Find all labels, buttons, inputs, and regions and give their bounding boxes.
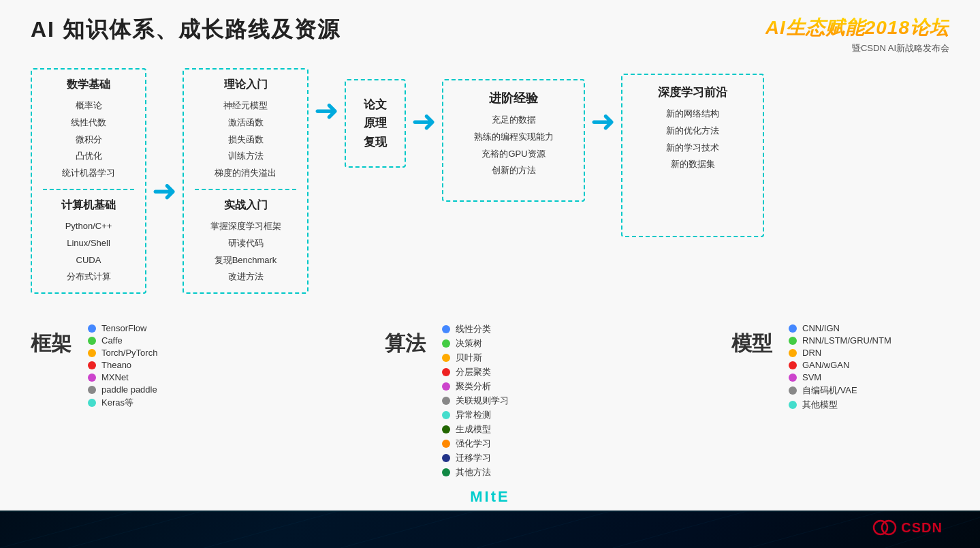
csdn-logo: CSDN xyxy=(872,515,943,540)
algo-dot-8 xyxy=(442,440,450,448)
algo-label-9: 迁移学习 xyxy=(456,452,491,464)
framework-label: 框架 xyxy=(31,330,72,358)
algo-item-10: 其他方法 xyxy=(442,466,509,478)
fw-dot-0 xyxy=(88,324,96,333)
math-item-1: 概率论 xyxy=(43,99,134,113)
frontier-item-3: 新的学习技术 xyxy=(635,141,750,155)
main-title: AI 知识体系、成长路线及资源 xyxy=(31,15,341,45)
algo-item-4: 聚类分析 xyxy=(442,380,509,393)
model-dot-2 xyxy=(789,349,797,357)
flow-row: 数学基础 概率论 线性代数 微积分 凸优化 统计机器学习 计算机基础 Pytho… xyxy=(31,68,949,314)
algo-dot-10 xyxy=(442,468,450,476)
fw-item-6: Keras等 xyxy=(88,397,157,409)
fw-label-5: paddle paddle xyxy=(101,384,157,395)
math-item-5: 统计机器学习 xyxy=(43,166,134,181)
algo-item-3: 分层聚类 xyxy=(442,366,509,378)
algo-label-2: 贝叶斯 xyxy=(456,352,482,364)
arrow1: ➜ xyxy=(152,68,177,314)
math-item-3: 微积分 xyxy=(43,133,134,147)
algo-label-7: 生成模型 xyxy=(456,423,491,436)
fw-item-4: MXNet xyxy=(88,372,157,382)
fw-label-4: MXNet xyxy=(101,372,129,382)
logo-subtitle: 暨CSDN AI新战略发布会 xyxy=(852,42,949,55)
model-dot-1 xyxy=(789,337,797,345)
fw-dot-1 xyxy=(88,337,96,345)
algo-item-8: 强化学习 xyxy=(442,438,509,450)
fw-dot-3 xyxy=(88,361,96,369)
practice-title: 实战入门 xyxy=(195,198,296,213)
fw-label-1: Caffe xyxy=(101,335,123,346)
header: AI 知识体系、成长路线及资源 AI生态赋能2018论坛 暨CSDN AI新战略… xyxy=(31,15,949,55)
model-label-5: 自编码机/VAE xyxy=(802,384,857,397)
svg-point-10 xyxy=(882,521,896,534)
algo-label-4: 聚类分析 xyxy=(456,380,491,393)
arrow2: ➜ xyxy=(314,68,339,314)
model-dot-0 xyxy=(789,324,797,333)
advanced-item-4: 创新的方法 xyxy=(456,164,571,178)
cs-item-4: 分布式计算 xyxy=(43,270,134,284)
algo-dot-6 xyxy=(442,411,450,419)
algo-item-5: 关联规则学习 xyxy=(442,395,509,407)
math-item-2: 线性代数 xyxy=(43,116,134,130)
model-label-1: RNN/LSTM/GRU/NTM xyxy=(802,335,891,346)
theory-item-4: 训练方法 xyxy=(195,149,296,164)
algo-item-1: 决策树 xyxy=(442,337,509,350)
theory-item-2: 激活函数 xyxy=(195,116,296,130)
advanced-item-3: 充裕的GPU资源 xyxy=(456,147,571,162)
algo-dot-0 xyxy=(442,325,450,333)
fw-item-0: TensorFlow xyxy=(88,323,157,333)
dark-bar xyxy=(0,511,980,548)
model-item-0: CNN/IGN xyxy=(789,323,891,333)
model-item-2: DRN xyxy=(789,348,891,358)
model-label-3: GAN/wGAN xyxy=(802,360,849,370)
model-dot-5 xyxy=(789,386,797,395)
fw-label-2: Torch/PyTorch xyxy=(101,348,157,358)
practice-item-1: 掌握深度学习框架 xyxy=(195,219,296,234)
algo-dot-9 xyxy=(442,454,450,462)
math-title: 数学基础 xyxy=(43,78,134,92)
framework-legend: TensorFlow Caffe Torch/PyTorch Theano xyxy=(88,323,157,409)
mite-label: MItE xyxy=(470,488,509,506)
content-area: AI 知识体系、成长路线及资源 AI生态赋能2018论坛 暨CSDN AI新战略… xyxy=(0,0,980,511)
paper-text: 论文 原理 复现 xyxy=(364,95,387,151)
fw-label-6: Keras等 xyxy=(101,397,133,409)
model-legend: CNN/IGN RNN/LSTM/GRU/NTM DRN GAN/wGAN xyxy=(789,323,891,411)
practice-item-3: 复现Benchmark xyxy=(195,254,296,268)
arrow3: ➜ xyxy=(411,68,437,314)
cs-item-3: CUDA xyxy=(43,254,134,268)
math-item-4: 凸优化 xyxy=(43,149,134,164)
algo-label-1: 决策树 xyxy=(456,337,482,350)
svg-line-7 xyxy=(749,511,885,548)
box-theory-practice: 理论入门 神经元模型 激活函数 损失函数 训练方法 梯度的消失溢出 实战入门 掌… xyxy=(183,68,309,294)
fw-dot-5 xyxy=(88,386,96,394)
theory-title: 理论入门 xyxy=(195,78,296,92)
algo-dot-2 xyxy=(442,354,450,362)
logo-area: AI生态赋能2018论坛 暨CSDN AI新战略发布会 xyxy=(765,15,949,55)
framework-section: 框架 TensorFlow Caffe Torch/PyTorch xyxy=(31,323,249,409)
practice-item-4: 改进方法 xyxy=(195,270,296,284)
fw-dot-6 xyxy=(88,399,96,407)
algo-dot-7 xyxy=(442,425,450,433)
page-container: AI 知识体系、成长路线及资源 AI生态赋能2018论坛 暨CSDN AI新战略… xyxy=(0,0,980,548)
model-dot-4 xyxy=(789,374,797,382)
model-label-6: 其他模型 xyxy=(802,399,838,411)
cs-item-2: Linux/Shell xyxy=(43,237,134,251)
fw-item-1: Caffe xyxy=(88,335,157,346)
box-frontier: 深度学习前沿 新的网络结构 新的优化方法 新的学习技术 新的数据集 xyxy=(621,74,764,237)
model-item-1: RNN/LSTM/GRU/NTM xyxy=(789,335,891,346)
fw-item-5: paddle paddle xyxy=(88,384,157,395)
algo-label-3: 分层聚类 xyxy=(456,366,491,378)
algo-label-0: 线性分类 xyxy=(456,323,491,335)
box-paper: 论文 原理 复现 xyxy=(345,79,406,168)
svg-line-3 xyxy=(204,511,341,548)
cs-title: 计算机基础 xyxy=(43,198,134,213)
algo-item-6: 异常检测 xyxy=(442,409,509,421)
algorithm-legend: 线性分类 决策树 贝叶斯 分层聚类 xyxy=(442,323,509,478)
cs-item-1: Python/C++ xyxy=(43,219,134,234)
model-label-4: SVM xyxy=(802,372,821,382)
svg-line-1 xyxy=(0,511,136,548)
logo-title: AI生态赋能2018论坛 xyxy=(765,15,949,41)
practice-item-2: 研读代码 xyxy=(195,237,296,251)
algo-dot-5 xyxy=(442,397,450,405)
model-item-3: GAN/wGAN xyxy=(789,360,891,370)
